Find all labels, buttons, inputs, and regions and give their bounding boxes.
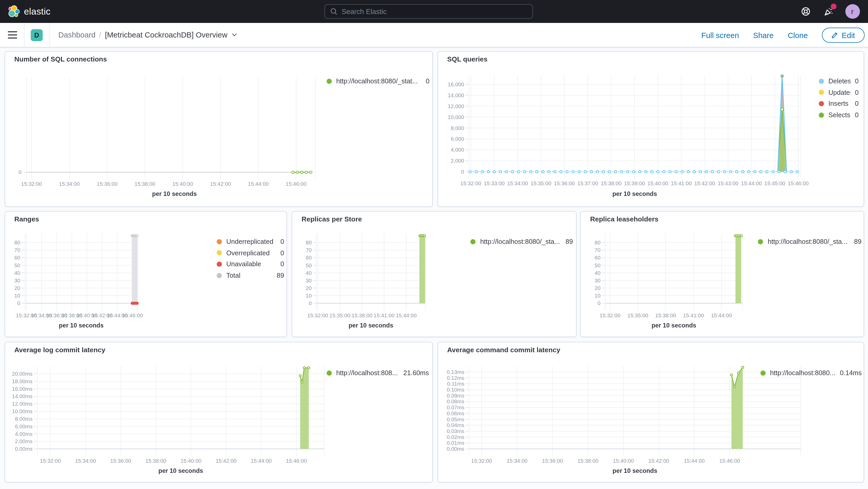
divider [49, 23, 50, 47]
top-chrome-bar: elastic Search Elastic [0, 0, 868, 23]
legend-value: 0 [855, 78, 859, 85]
legend-color-dot [818, 90, 824, 95]
svg-text:per 10 seconds: per 10 seconds [612, 190, 656, 197]
share-button[interactable]: Share [753, 31, 774, 39]
avatar-initial: r [851, 7, 854, 16]
legend-label: http://localhost:808... [336, 369, 399, 377]
svg-text:50: 50 [14, 262, 20, 268]
svg-text:0.00ms: 0.00ms [446, 446, 464, 452]
svg-text:15:32:00: 15:32:00 [599, 312, 620, 318]
legend-color-dot [326, 79, 332, 84]
legend-item[interactable]: http://localhost:808...21.60ms [326, 367, 429, 378]
elastic-logo[interactable]: elastic [7, 5, 51, 18]
svg-text:0.02ms: 0.02ms [446, 434, 464, 440]
legend-item[interactable]: Unavailable0 [216, 258, 284, 270]
legend-value: 0.14ms [840, 369, 862, 377]
user-avatar[interactable]: r [845, 4, 860, 19]
space-badge[interactable]: D [31, 29, 43, 41]
svg-text:per 10 seconds: per 10 seconds [158, 467, 203, 474]
help-button[interactable] [799, 5, 812, 18]
svg-text:15:34:00: 15:34:00 [507, 180, 528, 186]
breadcrumb: Dashboard / [Metricbeat CockroachDB] Ove… [58, 31, 237, 39]
svg-text:12.00ms: 12.00ms [12, 401, 32, 407]
svg-text:15:35:00: 15:35:00 [627, 312, 648, 318]
svg-text:80: 80 [594, 239, 600, 245]
svg-text:6,000: 6,000 [451, 136, 464, 142]
panel-replicas-per-store: Replicas per Store 0102030405060708015:3… [292, 211, 576, 337]
legend-color-dot [216, 239, 222, 244]
clone-button[interactable]: Clone [788, 31, 808, 39]
svg-text:15:44:00: 15:44:00 [251, 458, 271, 464]
full-screen-button[interactable]: Full screen [701, 31, 739, 39]
svg-text:15:38:00: 15:38:00 [351, 312, 372, 318]
legend-item[interactable]: Underreplicated0 [216, 236, 284, 247]
legend-item[interactable]: http://localhost:8080/_sta...89 [758, 236, 862, 247]
svg-text:per 10 seconds: per 10 seconds [612, 467, 657, 474]
svg-text:0.07ms: 0.07ms [446, 404, 464, 410]
svg-text:20: 20 [306, 285, 312, 291]
elastic-logo-icon [7, 5, 20, 18]
svg-text:0: 0 [17, 300, 20, 306]
chart-legend: http://localhost:8080/_sta...89 [470, 236, 573, 247]
svg-text:15:36:00: 15:36:00 [110, 458, 131, 464]
global-search-input[interactable]: Search Elastic [324, 4, 533, 19]
svg-text:15:41:00: 15:41:00 [683, 312, 704, 318]
legend-color-dot [818, 101, 824, 106]
svg-text:per 10 seconds: per 10 seconds [652, 322, 696, 329]
legend-item[interactable]: Selects0 [818, 110, 859, 121]
legend-value: 89 [277, 272, 284, 279]
legend-item[interactable]: http://localhost:8080/_stat...0 [326, 75, 429, 87]
legend-item[interactable]: Overreplicated0 [216, 247, 284, 258]
edit-button[interactable]: Edit [822, 28, 864, 43]
svg-text:15:38:00: 15:38:00 [145, 458, 166, 464]
legend-value: 0 [280, 238, 284, 246]
chart-legend: http://localhost:8080/_stat...0 [326, 75, 429, 87]
legend-item[interactable]: Deletes0 [818, 75, 859, 87]
chevron-down-icon[interactable] [231, 32, 237, 38]
chart-canvas: 015:32:0015:34:0015:36:0015:38:0015:40:0… [5, 52, 432, 206]
svg-text:15:46:00: 15:46:00 [719, 458, 740, 464]
svg-text:20: 20 [14, 285, 20, 291]
legend-value: 0 [855, 89, 859, 96]
svg-text:15:39:00: 15:39:00 [624, 180, 645, 186]
chart-legend: http://localhost:808...21.60ms [326, 367, 429, 378]
svg-text:15:46:00: 15:46:00 [122, 312, 143, 318]
menu-button[interactable] [8, 31, 17, 38]
svg-text:15:38:00: 15:38:00 [577, 458, 598, 464]
svg-text:15:34:00: 15:34:00 [75, 458, 96, 464]
svg-text:15:45:00: 15:45:00 [764, 180, 785, 186]
legend-item[interactable]: Total89 [216, 270, 284, 281]
svg-text:60: 60 [14, 254, 20, 261]
svg-text:2.00ms: 2.00ms [14, 438, 32, 444]
legend-color-dot [326, 370, 332, 376]
pencil-icon [831, 32, 838, 38]
svg-text:16.00ms: 16.00ms [12, 386, 32, 392]
legend-item[interactable]: Inserts0 [818, 98, 859, 109]
svg-text:0.13ms: 0.13ms [446, 369, 464, 375]
legend-item[interactable]: http://localhost:8080...0.14ms [760, 367, 862, 378]
svg-text:40: 40 [14, 270, 20, 276]
legend-label: http://localhost:8080... [770, 369, 836, 377]
svg-text:20.00ms: 20.00ms [12, 371, 32, 377]
panel-ranges: Ranges 0102030405060708015:32:0015:34:00… [4, 211, 287, 337]
legend-item[interactable]: Updates0 [818, 87, 859, 98]
legend-item[interactable]: http://localhost:8080/_sta...89 [470, 236, 573, 247]
svg-text:15:38:00: 15:38:00 [655, 312, 676, 318]
svg-text:4.00ms: 4.00ms [14, 431, 32, 437]
svg-text:15:32:00: 15:32:00 [21, 181, 42, 187]
svg-text:60: 60 [594, 254, 600, 261]
life-ring-icon [800, 6, 811, 17]
kibana-dashboard: elastic Search Elastic [0, 0, 868, 489]
legend-color-dot [758, 239, 763, 244]
legend-value: 0 [280, 249, 284, 257]
svg-text:70: 70 [14, 247, 20, 253]
svg-text:15:42:00: 15:42:00 [694, 180, 715, 186]
panel-avg-command-commit-latency: Average command commit latency 0.00ms0.0… [437, 342, 864, 483]
newsfeed-button[interactable] [822, 5, 835, 18]
legend-color-dot [818, 112, 824, 118]
svg-text:10: 10 [594, 293, 600, 299]
breadcrumb-dashboard[interactable]: Dashboard [58, 31, 96, 39]
panel-title: Replica leaseholders [590, 215, 658, 223]
svg-text:15:32:00: 15:32:00 [40, 458, 61, 464]
svg-text:10: 10 [306, 293, 312, 299]
